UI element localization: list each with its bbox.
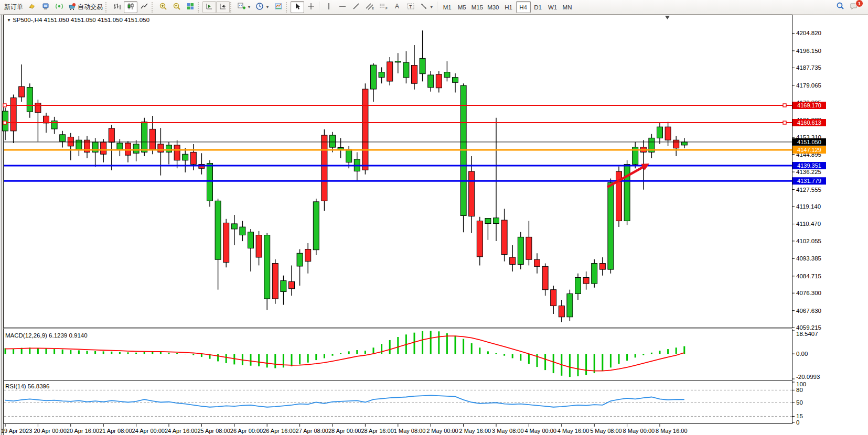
tab-timeframe-m5[interactable]: M5 (455, 1, 469, 13)
candle-body (428, 75, 434, 88)
time-tick-label: 20 Apr 16:00 (67, 428, 99, 434)
candle-body (453, 78, 458, 83)
chart-symbol-period: SP500-,H4 (13, 17, 42, 23)
candle-body (27, 88, 33, 112)
text-label-icon: T (406, 2, 415, 12)
time-tick-label: 26 Apr 16:00 (263, 428, 295, 434)
price-tick-label: 4136.225 (796, 169, 821, 175)
macd-panel[interactable] (4, 329, 792, 381)
time-tick-label: 4 May 16:00 (558, 428, 590, 434)
text-label-button[interactable]: T (404, 1, 417, 13)
price-tick-label: 4102.055 (796, 238, 821, 244)
cursor-button[interactable] (291, 1, 304, 13)
svg-text:F: F (385, 7, 388, 10)
timeframe-group: M1M5M15M30H1H4D1W1MN (440, 1, 575, 13)
channel-button[interactable]: E (363, 1, 377, 13)
candle-body (665, 127, 671, 140)
zoom-out-button[interactable] (170, 1, 184, 13)
candlestick-chart-button[interactable] (124, 1, 137, 13)
template-button[interactable] (272, 1, 285, 13)
candle (272, 259, 278, 304)
tab-timeframe-mn[interactable]: MN (560, 1, 575, 13)
candle-body (10, 98, 16, 131)
candle-body (387, 62, 393, 81)
notifications-button[interactable]: 1 (847, 1, 861, 13)
vertical-line-button[interactable] (322, 1, 336, 13)
candle-body (272, 264, 278, 299)
tile-windows-button[interactable] (184, 1, 197, 13)
time-tick-label: 26 Apr 00:00 (230, 428, 263, 434)
chart-canvas[interactable]: 4204.8204196.1504187.7354179.0654170.395… (0, 0, 868, 435)
left-splitter[interactable] (0, 15, 4, 435)
candle-body (158, 144, 164, 152)
line-handle[interactable] (783, 121, 786, 124)
candle-body (297, 253, 303, 266)
candle-body (436, 74, 442, 88)
tab-timeframe-m30[interactable]: M30 (485, 1, 501, 13)
crosshair-icon (307, 2, 315, 12)
candle-body (583, 278, 589, 284)
candle-body (510, 257, 516, 265)
arrows-tool-button[interactable]: ▼ (417, 1, 436, 13)
price-tick-label: 4196.150 (796, 48, 821, 54)
add-indicator-button[interactable]: ▼ (235, 1, 253, 13)
candle (616, 166, 622, 227)
price-tick-label: 4187.735 (796, 64, 821, 71)
profile-button[interactable] (39, 1, 52, 13)
candle-body (281, 280, 286, 291)
time-tick-label: 24 Apr 16:00 (165, 428, 197, 434)
time-tick-label: 25 Apr 08:00 (197, 428, 230, 434)
tab-timeframe-m15[interactable]: M15 (469, 1, 485, 13)
text-button[interactable]: A (390, 1, 404, 13)
candle-body (469, 171, 475, 216)
auto-scroll-button[interactable] (202, 1, 216, 13)
zoom-in-button[interactable] (156, 1, 170, 13)
time-tick-label: 19 Apr 2023 (1, 428, 32, 434)
bar-chart-icon (113, 2, 121, 12)
search-button[interactable] (833, 1, 847, 13)
time-tick-label: 28 Apr 00:00 (328, 428, 361, 434)
candle-body (608, 182, 614, 269)
line-handle[interactable] (3, 121, 6, 124)
trendline-button[interactable] (349, 1, 363, 13)
line-chart-button[interactable] (137, 1, 151, 13)
auto-trading-button[interactable]: 自动交易 (66, 1, 105, 13)
period-button[interactable]: ▼ (253, 1, 272, 13)
tab-timeframe-h4[interactable]: H4 (516, 1, 531, 13)
collapse-triangle-icon[interactable]: ▼ (7, 18, 11, 23)
horizontal-line-button[interactable] (336, 1, 349, 13)
chevron-down-icon: ▼ (247, 5, 251, 9)
history-icon (28, 2, 36, 12)
candle-body (330, 135, 336, 147)
zoom-out-icon (173, 2, 181, 12)
candle-body (215, 201, 221, 259)
tab-timeframe-h1[interactable]: H1 (501, 1, 516, 13)
text-icon: A (393, 2, 401, 12)
candle-body (117, 143, 123, 150)
candle-body (526, 237, 532, 259)
rsi-tick-label: 80 (796, 387, 803, 393)
arrows-icon (420, 2, 428, 12)
crosshair-button[interactable] (304, 1, 318, 13)
candle-body (76, 140, 82, 150)
price-tick-label: 4204.820 (796, 30, 821, 36)
tab-timeframe-m1[interactable]: M1 (440, 1, 455, 13)
tab-timeframe-d1[interactable]: D1 (531, 1, 545, 13)
candle-body (379, 72, 384, 78)
candle-body (362, 89, 368, 170)
fibonacci-button[interactable]: F (377, 1, 390, 13)
tab-timeframe-w1[interactable]: W1 (545, 1, 560, 13)
candle-body (19, 86, 25, 97)
time-tick-label: 5 May 08:00 (590, 428, 622, 434)
candle-body (567, 293, 573, 317)
time-tick-label: 8 May 00:00 (623, 428, 655, 434)
history-button[interactable] (25, 1, 39, 13)
new-order-button[interactable]: 新订单 (2, 1, 25, 13)
signal-button[interactable] (52, 1, 66, 13)
candle-body (346, 149, 352, 162)
candle-body (412, 66, 417, 84)
line-handle[interactable] (783, 104, 786, 107)
line-handle[interactable] (3, 104, 6, 107)
chart-shift-button[interactable] (216, 1, 230, 13)
bar-chart-button[interactable] (110, 1, 124, 13)
